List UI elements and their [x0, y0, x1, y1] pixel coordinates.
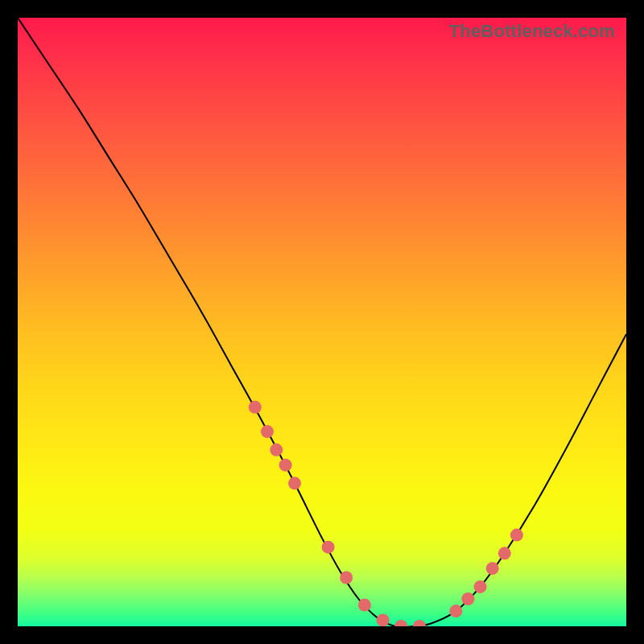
highlight-dot	[270, 444, 283, 456]
highlight-dot	[394, 620, 407, 626]
curve-svg	[18, 18, 626, 626]
highlight-dot	[474, 580, 487, 593]
highlight-dot	[510, 529, 523, 542]
highlight-dot	[340, 572, 353, 584]
highlight-dot	[461, 592, 474, 605]
marker-group	[249, 401, 523, 626]
chart-frame: TheBottleneck.com	[0, 0, 644, 644]
highlight-dot	[486, 562, 499, 575]
highlight-dot	[261, 425, 274, 438]
highlight-dot	[498, 547, 511, 559]
highlight-dot	[413, 620, 426, 626]
highlight-dot	[288, 477, 301, 489]
highlight-dot	[449, 605, 462, 617]
highlight-dot	[358, 599, 371, 612]
highlight-dot	[249, 401, 262, 414]
highlight-dot	[377, 613, 390, 626]
bottleneck-curve	[18, 18, 626, 626]
highlight-dot	[322, 541, 335, 554]
plot-area: TheBottleneck.com	[18, 18, 626, 626]
highlight-dot	[279, 459, 292, 472]
